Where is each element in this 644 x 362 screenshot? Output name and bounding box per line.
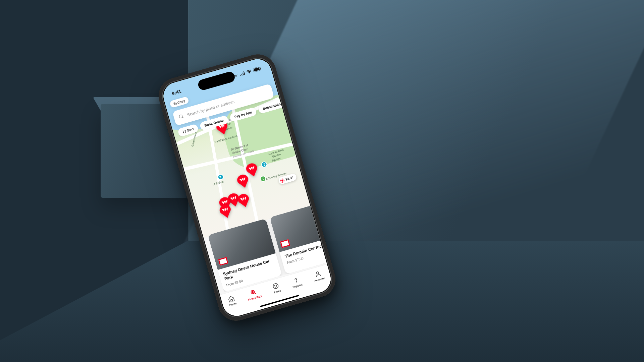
svg-point-6 (252, 291, 254, 293)
signal-icon (239, 71, 246, 76)
home-icon (227, 295, 235, 303)
map-label: Government (191, 132, 197, 147)
sort-icon (182, 129, 186, 133)
battery-icon (253, 66, 261, 72)
svg-rect-2 (260, 67, 261, 69)
svg-point-3 (179, 115, 183, 119)
station-icon[interactable]: T (259, 175, 267, 182)
parking-marker[interactable] (236, 193, 251, 209)
svg-point-8 (274, 285, 275, 286)
location-badge-text: 13.9° (285, 176, 293, 181)
tab-support[interactable]: Support (290, 276, 303, 289)
search-pin-icon (250, 288, 258, 297)
tab-find-park[interactable]: Find a Park (246, 287, 263, 302)
tab-label: Home (229, 302, 237, 307)
question-icon (292, 276, 300, 285)
smile-icon (272, 282, 280, 290)
location-dot-icon (280, 178, 284, 182)
tab-label: Perks (273, 289, 281, 294)
svg-point-10 (296, 282, 297, 282)
tab-perks[interactable]: Perks (271, 282, 281, 294)
status-time: 9:41 (171, 88, 182, 96)
svg-point-7 (273, 283, 279, 289)
tab-home[interactable]: Home (227, 295, 237, 307)
chip-label: Sort (186, 127, 194, 132)
search-icon (178, 113, 185, 120)
svg-point-11 (316, 272, 319, 274)
svg-point-9 (276, 285, 277, 286)
person-icon (314, 270, 322, 278)
scene-backdrop (0, 0, 644, 362)
wifi-icon (246, 69, 252, 74)
tab-account[interactable]: Account (312, 269, 325, 283)
tab-label: Find a Park (248, 295, 263, 302)
